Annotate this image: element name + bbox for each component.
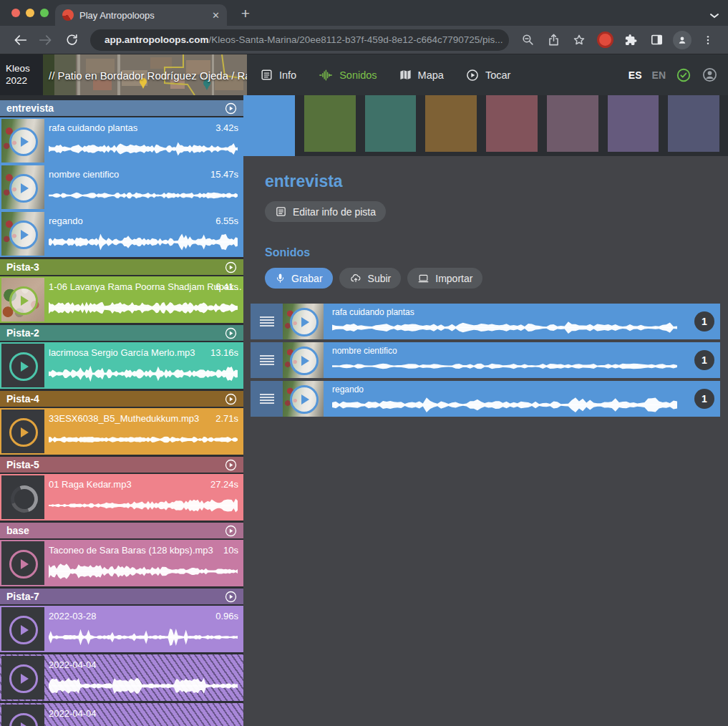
sound-item[interactable]: 2022-03-28 0.96s	[0, 606, 243, 652]
sound-title: 33ESX6038_B5_Muthedukkum.mp3	[49, 413, 199, 424]
browser-tab[interactable]: Play Antropoloops ✕	[55, 4, 227, 26]
track-header[interactable]: Pista-4	[0, 391, 243, 407]
waveform	[49, 495, 238, 516]
sound-play-thumbnail[interactable]	[283, 381, 324, 417]
sound-title: 2022-04-04	[49, 708, 97, 719]
drag-handle[interactable]	[251, 381, 283, 417]
sound-item-disabled[interactable]: 2022-04-04	[0, 654, 243, 701]
grip-icon	[260, 355, 274, 365]
waveform	[49, 430, 238, 450]
track-section-pista-5: Pista-5 01 Raga Kedar.mp3 27.24s	[0, 457, 243, 521]
track-block[interactable]	[668, 95, 719, 152]
drag-handle[interactable]	[251, 342, 283, 378]
track-block[interactable]	[608, 95, 659, 152]
track-header[interactable]: base	[0, 523, 243, 538]
zoom-out-icon[interactable]	[518, 31, 537, 49]
waveform	[49, 561, 238, 581]
track-section-pista-3: Pista-3 1-06 Lavanya Rama Poorna Shadjam…	[0, 259, 243, 323]
tab-tocar[interactable]: Tocar	[465, 68, 510, 82]
sync-check-icon[interactable]	[676, 67, 691, 83]
track-header[interactable]: Pista-3	[0, 259, 243, 275]
import-button[interactable]: Importar	[407, 268, 482, 289]
close-tab-icon[interactable]: ✕	[212, 11, 220, 20]
sound-item[interactable]: nombre cientifico 15.47s	[0, 164, 243, 210]
account-icon[interactable]	[702, 67, 718, 83]
waveform	[49, 185, 238, 205]
profile-avatar[interactable]	[673, 31, 691, 49]
sound-item[interactable]: regando 6.55s	[0, 210, 243, 257]
back-button[interactable]	[11, 31, 29, 49]
track-block-entrevista[interactable]	[243, 95, 295, 156]
sound-play-thumbnail[interactable]	[1, 705, 44, 726]
track-block[interactable]	[486, 95, 538, 152]
track-block[interactable]	[365, 95, 417, 152]
lang-es-button[interactable]: ES	[628, 69, 642, 81]
share-icon[interactable]	[544, 31, 563, 49]
zoom-window-button[interactable]	[40, 9, 49, 17]
play-track-icon[interactable]	[225, 327, 237, 339]
chevron-down-icon[interactable]	[709, 9, 719, 22]
track-block[interactable]	[425, 95, 477, 152]
track-header[interactable]: Pista-2	[0, 325, 243, 341]
track-header[interactable]: entrevista	[0, 100, 243, 116]
tab-sonidos[interactable]: Sonidos	[318, 69, 377, 82]
sound-play-thumbnail[interactable]	[1, 410, 44, 453]
play-track-icon[interactable]	[225, 525, 237, 537]
sound-loading-thumbnail[interactable]	[1, 475, 44, 519]
sound-play-thumbnail[interactable]	[1, 344, 44, 387]
play-track-icon[interactable]	[225, 393, 237, 405]
minimize-window-button[interactable]	[26, 9, 34, 17]
app-header: Kleos2022	[0, 54, 728, 95]
sound-item[interactable]: lacrimosa Sergio García Merlo.mp3 13.16s	[0, 342, 243, 389]
record-extension-icon[interactable]	[596, 31, 614, 49]
play-track-icon[interactable]	[225, 591, 237, 603]
reload-button[interactable]	[62, 31, 81, 49]
edit-track-info-button[interactable]: Editar info de pista	[265, 201, 386, 222]
sound-row[interactable]: rafa cuidando plantas 1	[251, 304, 720, 339]
tab-mapa[interactable]: Mapa	[399, 68, 444, 82]
sound-row[interactable]: regando 1	[251, 381, 720, 417]
sound-item[interactable]: 33ESX6038_B5_Muthedukkum.mp3 2.71s	[0, 408, 243, 455]
track-header[interactable]: Pista-5	[0, 457, 243, 473]
sound-item-disabled[interactable]: 2022-04-04	[0, 703, 243, 726]
sound-play-thumbnail[interactable]	[1, 541, 44, 585]
sound-row[interactable]: nombre cientifico 1	[251, 342, 720, 378]
browser-menu-icon[interactable]	[699, 31, 717, 49]
track-header[interactable]: Pista-7	[0, 589, 243, 604]
record-button[interactable]: Grabar	[265, 268, 333, 289]
address-bar[interactable]: app.antropoloops.com/Kleos-Santa-Marina/…	[90, 29, 509, 51]
sound-item[interactable]: rafa cuidando plantas 3.42s	[0, 117, 243, 164]
loading-spinner	[6, 480, 42, 516]
drag-handle[interactable]	[251, 304, 283, 339]
track-block[interactable]	[547, 95, 598, 152]
play-track-icon[interactable]	[225, 102, 237, 115]
forward-button[interactable]	[37, 31, 55, 49]
track-block[interactable]	[304, 95, 356, 152]
sound-play-thumbnail[interactable]	[1, 212, 44, 256]
sound-title: 2022-03-28	[49, 611, 97, 621]
play-track-icon[interactable]	[225, 261, 237, 274]
sound-play-thumbnail[interactable]	[283, 304, 324, 339]
sound-play-thumbnail[interactable]	[1, 278, 44, 321]
sound-item[interactable]: Taconeo de Sara Baras (128 kbps).mp3 10s	[0, 540, 243, 586]
sound-item[interactable]: 01 Raga Kedar.mp3 27.24s	[0, 474, 243, 521]
play-track-icon[interactable]	[225, 459, 237, 471]
sound-play-thumbnail[interactable]	[1, 607, 44, 651]
sound-play-thumbnail[interactable]	[1, 119, 44, 163]
tab-info[interactable]: Info	[260, 68, 296, 82]
sound-play-thumbnail[interactable]	[1, 656, 44, 700]
lang-en-button[interactable]: EN	[652, 69, 666, 81]
sound-item[interactable]: 1-06 Lavanya Rama Poorna Shadjam Rupak..…	[0, 276, 243, 323]
waveform	[49, 298, 238, 318]
upload-button[interactable]: Subir	[339, 268, 402, 289]
sound-actions: Grabar Subir Importar	[251, 268, 728, 289]
bookmark-star-icon[interactable]	[570, 31, 588, 49]
count-badge: 1	[694, 389, 714, 409]
side-panel-icon[interactable]	[647, 31, 666, 49]
extensions-puzzle-icon[interactable]	[621, 31, 640, 49]
close-window-button[interactable]	[11, 9, 20, 17]
new-tab-button[interactable]: +	[236, 4, 255, 23]
sound-play-thumbnail[interactable]	[283, 342, 324, 378]
sound-duration: 6.41s	[215, 281, 238, 292]
sound-play-thumbnail[interactable]	[1, 165, 44, 209]
